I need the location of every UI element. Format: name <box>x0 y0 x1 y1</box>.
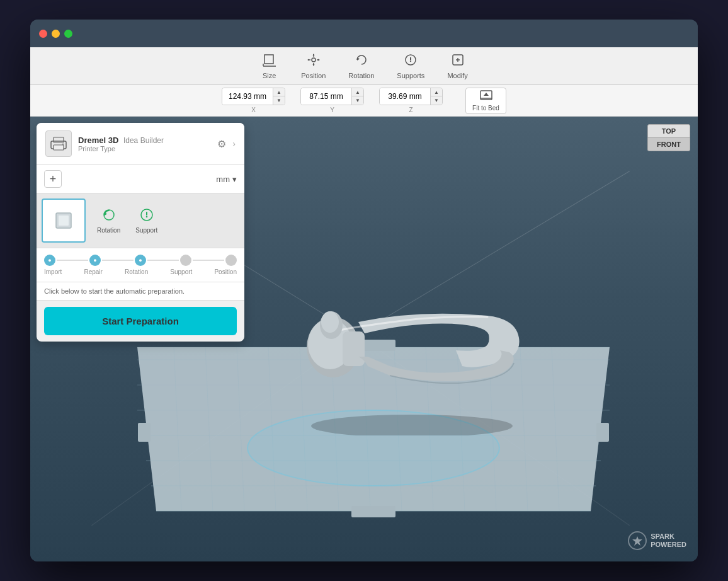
close-button[interactable] <box>39 30 47 38</box>
svg-rect-62 <box>54 145 64 150</box>
svg-marker-22 <box>484 93 489 96</box>
start-preparation-button[interactable]: Start Preparation <box>44 307 237 335</box>
support-op-icon <box>139 207 154 226</box>
step-dot-rotation: ● <box>135 255 146 266</box>
dimension-y-label: Y <box>330 106 334 113</box>
spark-line2: POWERED <box>651 541 686 549</box>
add-model-button[interactable]: + <box>44 170 62 188</box>
dimension-y-input[interactable] <box>301 88 351 105</box>
dimensions-bar: ▲ ▼ X ▲ ▼ Y ▲ ▼ <box>30 85 698 117</box>
step-line-1 <box>57 260 88 261</box>
svg-point-4 <box>312 58 316 62</box>
supports-icon <box>404 53 418 70</box>
spark-line1: SPARK <box>651 532 686 541</box>
svg-point-54 <box>311 415 513 435</box>
step-dot-position <box>225 255 237 266</box>
toolbar-rotation-button[interactable]: Rotation <box>337 48 385 84</box>
fit-to-bed-label: Fit to Bed <box>472 105 499 112</box>
rotation-op-label: Rotation <box>97 227 120 234</box>
fit-to-bed-button[interactable]: Fit to Bed <box>465 88 506 114</box>
toolbar-position-button[interactable]: Position <box>290 48 337 84</box>
model-thumbnail[interactable] <box>42 198 86 243</box>
step-line-2 <box>102 260 134 261</box>
supports-label: Supports <box>397 72 424 79</box>
dimension-z-label: Z <box>409 106 412 113</box>
step-label-import: Import <box>44 268 62 275</box>
step-line-3 <box>147 260 179 261</box>
toolbar-modify-button[interactable]: Modify <box>436 48 479 84</box>
step-dot-repair: ● <box>89 255 101 266</box>
main-area: TOP FRONT SPARK POWERED <box>30 117 698 561</box>
rotation-op-button[interactable]: Rotation <box>91 204 127 238</box>
step-dot-import: ● <box>44 255 55 266</box>
svg-point-63 <box>62 144 64 146</box>
main-toolbar: Size Position <box>30 47 698 85</box>
maximize-button[interactable] <box>64 30 72 38</box>
svg-marker-9 <box>312 54 314 55</box>
printer-section: Dremel 3D Idea Builder Printer Type ⚙ › <box>37 123 244 165</box>
minimize-button[interactable] <box>52 30 60 38</box>
step-label-rotation: Rotation <box>125 268 148 275</box>
toolbar-supports-button[interactable]: Supports <box>385 48 436 84</box>
printer-type: Printer Type <box>78 145 211 152</box>
svg-point-59 <box>321 311 339 333</box>
svg-rect-52 <box>596 423 609 442</box>
steps-section: ● ● ● Import Repair Rotation Support Pos… <box>37 248 244 282</box>
svg-rect-50 <box>351 506 395 517</box>
svg-point-70 <box>145 216 147 218</box>
traffic-lights <box>39 30 72 38</box>
step-dot-support <box>180 255 191 266</box>
step-line-4 <box>193 260 224 261</box>
modify-icon <box>451 53 465 70</box>
view-cube-front[interactable]: FRONT <box>647 138 690 151</box>
steps-labels: Import Repair Rotation Support Position <box>44 268 237 275</box>
view-cube: TOP FRONT <box>647 124 690 151</box>
support-op-button[interactable]: Support <box>129 204 164 238</box>
dimension-z-input[interactable] <box>380 88 430 105</box>
toolbar-size-button[interactable]: Size <box>249 48 290 84</box>
rotation-op-icon <box>101 207 117 226</box>
dimension-x-input[interactable] <box>222 88 273 105</box>
unit-selector[interactable]: mm ▾ <box>216 175 237 184</box>
dimension-x-down[interactable]: ▼ <box>273 96 285 105</box>
step-label-position: Position <box>214 268 237 275</box>
svg-marker-12 <box>318 59 320 60</box>
rotation-label: Rotation <box>348 72 374 79</box>
title-bar <box>30 20 698 47</box>
dimension-x-group: ▲ ▼ X <box>222 88 285 113</box>
svg-rect-61 <box>54 137 64 142</box>
svg-marker-10 <box>312 64 314 66</box>
spark-text: SPARK POWERED <box>651 532 686 549</box>
fit-to-bed-icon <box>479 89 493 103</box>
dimension-y-down[interactable]: ▼ <box>352 96 363 105</box>
position-label: Position <box>301 72 326 79</box>
printer-info: Dremel 3D Idea Builder Printer Type <box>78 135 211 152</box>
instruction-text: Click below to start the automatic prepa… <box>37 282 244 301</box>
dimension-y-up[interactable]: ▲ <box>352 88 363 96</box>
svg-marker-67 <box>105 212 107 216</box>
view-cube-top[interactable]: TOP <box>647 124 690 138</box>
svg-rect-0 <box>264 55 273 64</box>
step-label-support: Support <box>170 268 192 275</box>
svg-marker-11 <box>307 59 309 60</box>
model-list: Rotation Support <box>37 193 244 248</box>
svg-point-16 <box>410 60 411 61</box>
panel-toolbar: + mm ▾ <box>37 165 244 193</box>
printer-name: Dremel 3D Idea Builder <box>78 135 211 145</box>
dimension-x-up[interactable]: ▲ <box>273 88 285 96</box>
printer-icon <box>45 130 72 157</box>
printer-arrow-icon: › <box>232 139 236 149</box>
svg-marker-13 <box>357 57 360 60</box>
svg-rect-57 <box>343 331 365 366</box>
rotation-icon <box>355 53 368 70</box>
spark-logo: SPARK POWERED <box>628 531 686 550</box>
dimension-x-label: X <box>251 106 256 113</box>
dimension-z-up[interactable]: ▲ <box>431 88 442 96</box>
dimension-z-down[interactable]: ▼ <box>431 96 442 105</box>
svg-rect-51 <box>138 423 151 442</box>
spark-icon <box>628 531 647 550</box>
size-label: Size <box>263 72 276 79</box>
app-window: Size Position <box>30 20 698 561</box>
printer-settings-button[interactable]: ⚙ <box>217 138 226 150</box>
svg-rect-65 <box>59 216 69 226</box>
